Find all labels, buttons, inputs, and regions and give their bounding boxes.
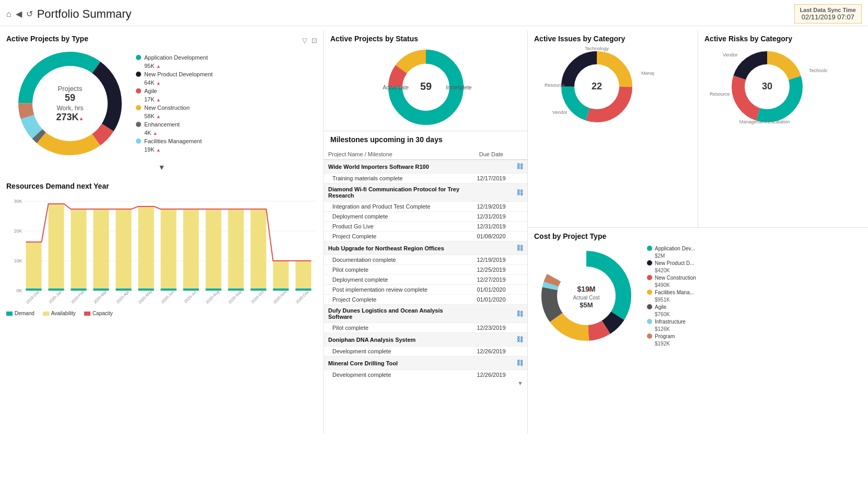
table-row: Doniphan DNA Analysis System⛓ xyxy=(324,333,527,347)
svg-text:20K: 20K xyxy=(14,228,22,234)
refresh-icon[interactable]: ↺ xyxy=(26,9,33,19)
cost-legend-infra: Infrastructure xyxy=(647,319,696,325)
capacity-color xyxy=(84,312,90,316)
issues-title: Active Issues by Category xyxy=(534,34,691,43)
project-name: Mineral Core Drilling Tool xyxy=(324,356,470,370)
show-more-button[interactable]: ▼ xyxy=(6,161,317,174)
back-icon[interactable]: ◀ xyxy=(16,9,22,19)
project-date xyxy=(470,241,512,255)
legend-dot-appdev xyxy=(136,55,141,60)
svg-text:$19M: $19M xyxy=(577,285,595,293)
demand-legend: Demand xyxy=(6,310,34,316)
donut-center-label: Projects 59 Work, hrs 273K▲ xyxy=(56,85,84,123)
legend-dot-facilities xyxy=(136,139,141,144)
milestone-name: Development complete xyxy=(324,370,470,379)
projects-type-donut: Projects 59 Work, hrs 273K▲ xyxy=(13,46,128,161)
list-item: Training materials complete12/17/2019 xyxy=(324,174,527,183)
sync-time: 02/11/2019 07:07 xyxy=(800,13,856,21)
list-item: Pilot complete12/23/2019 xyxy=(324,323,527,333)
cost-legend-facmgmt: Facilities Mana... xyxy=(647,290,696,295)
legend-item-enhancement: Enhancement xyxy=(136,121,213,128)
capacity-label: Capacity xyxy=(92,310,113,316)
milestone-date: 12/26/2019 xyxy=(470,347,512,356)
resources-panel: Resources Demand next Year 30K 20K 10K 0… xyxy=(0,178,323,434)
milestone-date: 01/01/2020 xyxy=(470,295,512,305)
svg-text:2020-Jul: 2020-Jul xyxy=(183,290,197,304)
project-date xyxy=(470,356,512,370)
legend-dot-newconst xyxy=(136,105,141,110)
status-donut-container: 59 Active Late Incomplete xyxy=(379,48,473,126)
link-icon[interactable]: ⛓ xyxy=(516,359,523,367)
cost-title: Cost by Project Type xyxy=(534,232,862,240)
projects-type-legend: Application Development 95K ▲ New Produc… xyxy=(136,54,213,153)
home-icon[interactable]: ⌂ xyxy=(6,9,11,19)
svg-text:0K: 0K xyxy=(16,288,22,293)
status-title: Active Projects by Status xyxy=(330,34,521,43)
link-icon[interactable]: ⛓ xyxy=(516,189,523,197)
svg-rect-18 xyxy=(49,204,64,291)
legend-item-newconst: New Construction xyxy=(136,105,213,111)
svg-text:2020-Mar: 2020-Mar xyxy=(92,289,108,304)
milestone-name: Integration and Product Test Complete xyxy=(324,202,470,212)
svg-rect-38 xyxy=(273,261,289,291)
legend-val-newconst: 58K xyxy=(144,113,156,119)
milestone-date: 12/17/2019 xyxy=(470,174,512,183)
list-item: Documentation complete12/19/2019 xyxy=(324,255,527,265)
availability-label: Availability xyxy=(51,310,76,316)
svg-rect-24 xyxy=(116,209,132,291)
col-date: Due Date xyxy=(470,149,512,160)
legend-label-facilities: Facilities Management xyxy=(144,138,202,144)
svg-text:30K: 30K xyxy=(14,199,22,204)
milestones-table-area[interactable]: Project Name / Milestone Due Date Wide W… xyxy=(324,149,527,379)
project-date xyxy=(470,160,512,174)
milestone-date: 12/19/2019 xyxy=(470,202,512,212)
cost-legend-newprod: New Product D... xyxy=(647,260,696,266)
risks-donut-area: 30 Vendor Technology Management Escalati… xyxy=(704,46,862,130)
link-icon[interactable]: ⛓ xyxy=(516,310,523,318)
svg-text:22: 22 xyxy=(592,81,602,91)
legend-label-newprod: New Product Development xyxy=(144,71,213,77)
top-right-row: Active Issues by Category 22 Technology xyxy=(528,30,868,228)
table-row: Hub Upgrade for Northeast Region Offices… xyxy=(324,241,527,255)
milestone-date: 12/31/2019 xyxy=(470,222,512,232)
svg-text:▲: ▲ xyxy=(587,286,593,292)
svg-rect-36 xyxy=(251,209,267,291)
svg-text:2020-Apr: 2020-Apr xyxy=(115,290,131,305)
link-icon[interactable]: ⛓ xyxy=(516,163,523,170)
cost-legend-appdev: Application Dev... xyxy=(647,246,696,251)
svg-rect-35 xyxy=(228,289,244,291)
filter-icon[interactable]: ▽ xyxy=(302,37,307,44)
incomplete-label: Incomplete xyxy=(446,85,472,90)
link-icon[interactable]: ⛓ xyxy=(516,244,523,252)
milestone-name: Development complete xyxy=(324,347,470,356)
svg-rect-27 xyxy=(138,289,154,291)
svg-text:10K: 10K xyxy=(14,258,22,263)
donut-projects: 59 xyxy=(56,93,84,103)
cost-panel: Cost by Project Type xyxy=(528,228,868,433)
cost-donut-area: $19M ▲ Actual Cost $5M Application Dev..… xyxy=(534,244,862,348)
expand-icon[interactable]: ⊡ xyxy=(311,37,317,44)
svg-rect-28 xyxy=(161,209,177,291)
milestones-header: Milestones upcoming in 30 days xyxy=(324,131,527,149)
milestone-name: Project Complete xyxy=(324,295,470,305)
list-item: Deployment complete12/27/2019 xyxy=(324,275,527,285)
svg-text:$5M: $5M xyxy=(580,301,593,309)
resources-legend: Demand Availability Capacity xyxy=(6,308,317,318)
svg-text:2019-Dec: 2019-Dec xyxy=(25,289,41,305)
list-item: Deployment complete12/31/2019 xyxy=(324,212,527,222)
list-item: Development complete12/26/2019 xyxy=(324,370,527,379)
link-icon[interactable]: ⛓ xyxy=(516,336,523,343)
cost-legend-program: Program xyxy=(647,333,696,339)
svg-text:Technology: Technology xyxy=(809,68,827,73)
milestone-date: 01/01/2020 xyxy=(470,285,512,295)
milestone-date: 12/31/2019 xyxy=(470,212,512,222)
svg-text:2020-Nov: 2020-Nov xyxy=(272,289,288,305)
svg-rect-33 xyxy=(206,289,222,291)
milestones-title: Milestones upcoming in 30 days xyxy=(330,135,521,144)
sync-box: Last Data Sync Time 02/11/2019 07:07 xyxy=(794,4,862,24)
legend-item-appdev: Application Development xyxy=(136,54,213,61)
svg-rect-30 xyxy=(183,209,199,291)
svg-text:Technology: Technology xyxy=(585,46,609,51)
capacity-legend: Capacity xyxy=(84,310,113,316)
milestone-name: Pilot complete xyxy=(324,323,470,333)
